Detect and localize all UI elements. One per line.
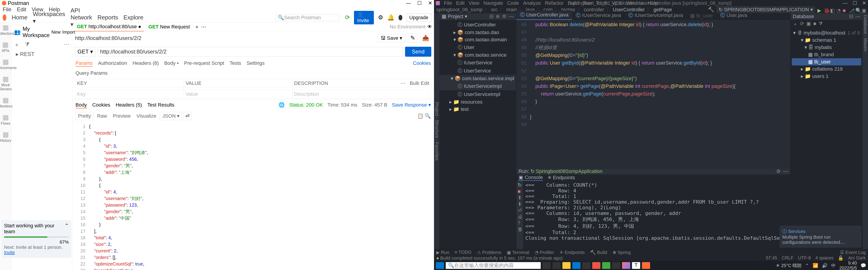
menu-analyze[interactable]: Analyze	[523, 0, 541, 6]
status-indicator-icon[interactable]: ●	[436, 256, 439, 261]
tray-wifi-icon[interactable]: 📶	[813, 263, 818, 268]
search-icon[interactable]: 🔍	[855, 8, 860, 12]
db-settings-icon[interactable]: ⊟	[849, 13, 853, 20]
notifications-icon[interactable]: 🔔	[387, 14, 395, 21]
project-collapse-icon[interactable]: ⊟	[489, 13, 493, 20]
environment-select[interactable]: No Environment	[390, 24, 426, 30]
db-stop-icon[interactable]: ■	[813, 21, 816, 28]
close-icon[interactable]: ✕	[428, 0, 432, 6]
tool-terminal[interactable]: ▣ Terminal	[507, 250, 529, 255]
request-tab-1[interactable]: GET http://localhost:80/use ●	[74, 22, 144, 31]
iconbar-apis[interactable]: APIs	[2, 42, 9, 53]
menu-edit[interactable]: Edit	[456, 0, 465, 6]
cookies-link[interactable]: Cookies	[413, 60, 431, 67]
send-button[interactable]: Send	[405, 47, 431, 57]
db-add-icon[interactable]: ＋	[793, 21, 798, 28]
qp-key-input[interactable]: Key	[75, 90, 184, 99]
project-target-icon[interactable]: ⊕	[496, 13, 500, 20]
run-icon[interactable]: ▶	[817, 8, 822, 12]
search-input[interactable]: 🔍 Search Postman	[275, 14, 340, 21]
bulk-edit-link[interactable]: ⋯ Bulk Edit	[401, 80, 429, 86]
tool-endpoints[interactable]: ✳ Endpoints	[559, 250, 585, 255]
request-url-input[interactable]: http://localhost:80/users/2/2	[98, 47, 403, 57]
tree-item[interactable]: Ⓒ UserController	[439, 21, 516, 29]
editor-tab[interactable]: ▦ tb_user	[686, 12, 716, 20]
tree-item[interactable]: ▾ 📦 com.taotao.service.impl	[439, 75, 516, 82]
print-icon[interactable]: 🖨	[518, 214, 522, 218]
workspace-name[interactable]: My Workspace	[23, 26, 50, 38]
endpoints-tab[interactable]: ✳ Endpoints	[548, 175, 575, 180]
toolbar-reports[interactable]: Reports	[97, 14, 118, 21]
iconbar-mock-servers[interactable]: Mock Servers	[0, 77, 12, 91]
console-output[interactable]: <== Columns: COUNT(*) <== Row: 4 <== Tot…	[523, 181, 790, 249]
tab-authorization[interactable]: Authorization	[98, 60, 127, 67]
task-app-icon[interactable]: T	[632, 262, 640, 269]
profile-icon[interactable]: ◔	[836, 8, 840, 12]
tray-volume-icon[interactable]: 🔊	[822, 263, 828, 268]
weather[interactable]: ☀ 25°C 晴朗	[776, 263, 802, 269]
menu-refactor[interactable]: Refactor	[545, 0, 563, 6]
toolbar-explore[interactable]: Explore	[123, 14, 143, 21]
taskbar-search-input[interactable]: 🔍 在这里输入你要搜索的内容	[446, 262, 541, 269]
resp-tab-body[interactable]: Body	[75, 102, 87, 108]
wrap-icon[interactable]: ⏎	[183, 112, 191, 120]
resp-raw[interactable]: Raw	[95, 112, 109, 120]
new-tab-icon[interactable]: ＋	[194, 24, 199, 30]
tab-settings[interactable]: Settings	[247, 60, 265, 67]
db-hide-icon[interactable]: —	[855, 13, 860, 20]
database-tree[interactable]: ▾🛢 mybatis@localhost 1 of 9 ▾ 📁 schemas …	[790, 28, 863, 81]
editor-tab[interactable]: Ⓒ UserController.java	[516, 10, 572, 20]
tool-run[interactable]: ▶ Run	[436, 250, 449, 255]
run-app-name[interactable]: ↻ Springboot08SsmpApplication	[530, 168, 602, 174]
tool-problems[interactable]: ⚠ Problems	[477, 250, 501, 255]
task-postman-icon[interactable]	[642, 262, 650, 269]
project-hide-icon[interactable]: —	[509, 13, 514, 20]
edit-icon[interactable]: ✎	[408, 33, 417, 43]
tree-item[interactable]: Ⓒ UserService	[439, 67, 516, 75]
down-icon[interactable]: ⬇	[518, 201, 522, 205]
iconbar-flows[interactable]: Flows	[1, 115, 10, 126]
task-app-icon[interactable]	[602, 262, 610, 269]
theme-name[interactable]: Arc Dark	[848, 255, 866, 261]
copy-icon[interactable]: 📋	[417, 113, 423, 119]
resp-tab-tests[interactable]: Test Results	[147, 102, 175, 108]
tab-headers[interactable]: Headers (8)	[132, 60, 159, 67]
tab-tests[interactable]: Tests	[230, 60, 241, 67]
avatar-icon[interactable]	[399, 15, 402, 20]
menu-view[interactable]: View	[469, 0, 479, 6]
resp-visualize[interactable]: Visualize	[134, 112, 159, 120]
editor-tab[interactable]: Ⓒ IUserService.java	[572, 11, 625, 20]
sync-icon[interactable]: ⟳	[345, 14, 350, 21]
team-invite-link[interactable]: Invite	[4, 250, 15, 255]
right-gutter[interactable]: Database · Maven	[863, 13, 868, 249]
tree-item[interactable]: Ⓘ IUserService	[439, 59, 516, 67]
menu-file[interactable]: File	[3, 6, 11, 13]
task-explorer-icon[interactable]	[562, 262, 570, 269]
indent[interactable]: 4 spaces	[815, 255, 833, 261]
bc-item[interactable]: main	[506, 7, 517, 13]
editor-tab[interactable]: Ⓒ User.java	[717, 11, 751, 20]
tree-item[interactable]: Ⓒ IUserServiceImpl	[439, 82, 516, 90]
tree-item[interactable]: ▾ 📦 com.taotao.service	[439, 52, 516, 59]
tab-params[interactable]: Params	[75, 60, 93, 67]
search-response-icon[interactable]: 🔍	[425, 113, 431, 119]
menu-navigate[interactable]: Navigate	[484, 0, 503, 6]
event-log[interactable]: ☰ Event Log	[840, 250, 866, 255]
tab-options-icon[interactable]: ⋯	[201, 24, 206, 30]
notification-popup[interactable]: ⓘ Services Multiple Spring Boot run conf…	[780, 226, 861, 247]
tray-ime-icon[interactable]: 中	[831, 263, 836, 269]
tab-prerequest[interactable]: Pre-request Script	[184, 60, 224, 67]
console-tab[interactable]: ▣ Console	[519, 174, 543, 181]
tool-profiler[interactable]: ◔ Profiler	[535, 250, 554, 255]
invite-button[interactable]: 👤 Invite	[354, 11, 374, 24]
up-icon[interactable]: ⬆	[518, 195, 522, 199]
taskbar-clock[interactable]: 9:40 2022/5/5	[839, 261, 857, 270]
qp-desc-input[interactable]: Description	[292, 90, 431, 99]
db-filter-icon[interactable]: ⧩	[818, 21, 823, 28]
save-response-button[interactable]: Save Response ▾	[392, 102, 431, 108]
coverage-icon[interactable]: ◧	[830, 8, 834, 12]
more-icon[interactable]: ⋯	[64, 41, 69, 48]
task-app-icon[interactable]	[592, 262, 600, 269]
tree-item[interactable]: ▸ 📦 com.taotao.dao	[439, 29, 516, 36]
resp-tab-cookies[interactable]: Cookies	[92, 102, 110, 108]
